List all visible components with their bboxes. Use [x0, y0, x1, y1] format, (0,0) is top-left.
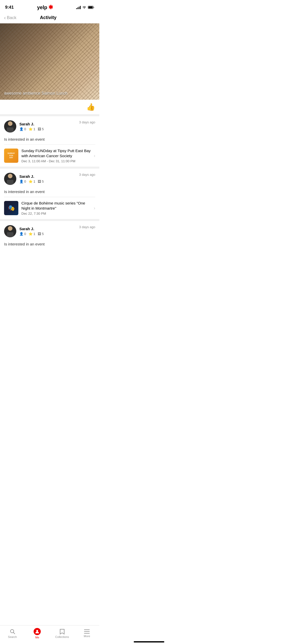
reviews-icon: ⭐ — [29, 180, 33, 183]
photos-count: 5 — [42, 180, 44, 183]
photos-stat: 🖼 5 — [38, 232, 44, 236]
back-label: Back — [7, 15, 17, 20]
activity-item: Sarah J. 👤 0 ⭐ 1 🖼 5 — [0, 169, 99, 221]
user-details: Sarah J. 👤 0 ⭐ 1 🖼 5 — [19, 174, 44, 183]
friends-stat: 👤 0 — [19, 232, 26, 236]
cirque-icon: 🎭 — [8, 205, 15, 211]
photos-icon: 🖼 — [38, 232, 41, 236]
user-name[interactable]: Sarah J. — [19, 174, 44, 179]
status-time: 9:41 — [5, 5, 14, 10]
status-bar: 9:41 yelp ✱ — [0, 0, 99, 13]
user-info: Sarah J. 👤 0 ⭐ 1 🖼 5 — [4, 225, 44, 237]
reviews-count: 1 — [33, 127, 35, 131]
photos-stat: 🖼 5 — [38, 180, 44, 183]
like-button[interactable]: 👍 — [86, 103, 95, 111]
user-info: Sarah J. 👤 0 ⭐ 1 🖼 5 — [4, 120, 44, 133]
user-stats: 👤 0 ⭐ 1 🖼 5 — [19, 232, 44, 236]
photos-icon: 🖼 — [38, 127, 41, 131]
friends-icon: 👤 — [19, 180, 23, 183]
like-area: 👍 — [0, 100, 99, 116]
page-title: Activity — [16, 15, 80, 20]
activity-text: Is interested in an event — [4, 239, 95, 249]
event-thumbnail: 🎭 — [4, 201, 18, 215]
activity-text: Is interested in an event — [4, 135, 95, 145]
user-name[interactable]: Sarah J. — [19, 122, 44, 126]
friends-count: 0 — [24, 180, 26, 183]
time-ago: 3 days ago — [79, 225, 95, 229]
event-title: Cirque de Bohème music series "One Night… — [21, 201, 91, 211]
event-date: Dec 22, 7:30 PM — [21, 212, 91, 215]
thumb-title-text: SundayFUNDay — [8, 152, 15, 159]
time-ago: 3 days ago — [79, 173, 95, 177]
photos-count: 5 — [42, 127, 44, 131]
battery-icon — [88, 6, 94, 9]
event-row[interactable]: SundayFUNDay Sunday FUNDday at Tipsy Put… — [4, 145, 95, 167]
friends-icon: 👤 — [19, 127, 23, 131]
wifi-icon — [82, 6, 86, 9]
reviews-stat: ⭐ 1 — [29, 127, 35, 131]
user-name[interactable]: Sarah J. — [19, 227, 44, 231]
user-details: Sarah J. 👤 0 ⭐ 1 🖼 5 — [19, 227, 44, 236]
activity-text: Is interested in an event — [4, 187, 95, 197]
reviews-icon: ⭐ — [29, 232, 33, 236]
app-name: yelp ✱ — [37, 4, 53, 11]
event-info: Sunday FUNDday at Tipsy Putt East Bay wi… — [21, 148, 91, 163]
signal-icon — [76, 6, 81, 9]
user-details: Sarah J. 👤 0 ⭐ 1 🖼 5 — [19, 122, 44, 131]
user-stats: 👤 0 ⭐ 1 🖼 5 — [19, 127, 44, 131]
reviews-count: 1 — [33, 180, 35, 183]
user-stats: 👤 0 ⭐ 1 🖼 5 — [19, 180, 44, 183]
reviews-icon: ⭐ — [29, 127, 33, 131]
back-chevron-icon: ‹ — [4, 15, 6, 21]
activity-item: Sarah J. 👤 0 ⭐ 1 🖼 5 — [0, 221, 99, 253]
reviews-stat: ⭐ 1 — [29, 180, 35, 183]
friends-stat: 👤 0 — [19, 180, 26, 183]
event-title: Sunday FUNDday at Tipsy Putt East Bay wi… — [21, 148, 91, 158]
yelp-logo: ✱ — [48, 4, 53, 11]
back-button[interactable]: ‹ Back — [4, 15, 16, 21]
main-content: awesome ambience Salmon Lunch 👍 Sarah J.… — [0, 23, 99, 274]
event-info: Cirque de Bohème music series "One Night… — [21, 201, 91, 215]
svg-rect-1 — [88, 6, 93, 8]
avatar[interactable] — [4, 225, 16, 237]
activity-header: Sarah J. 👤 0 ⭐ 1 🖼 5 — [4, 225, 95, 237]
status-icons — [76, 6, 94, 9]
activity-item: Sarah J. 👤 0 ⭐ 1 🖼 5 — [0, 116, 99, 169]
reviews-count: 1 — [33, 232, 35, 236]
user-info: Sarah J. 👤 0 ⭐ 1 🖼 5 — [4, 173, 44, 185]
activity-header: Sarah J. 👤 0 ⭐ 1 🖼 5 — [4, 120, 95, 133]
avatar[interactable] — [4, 120, 16, 133]
photos-count: 5 — [42, 232, 44, 236]
friends-count: 0 — [24, 127, 26, 131]
event-date: Dec 3, 11:00 AM - Dec 31, 11:00 PM — [21, 159, 91, 163]
nav-bar: ‹ Back Activity — [0, 13, 99, 23]
event-thumbnail: SundayFUNDay — [4, 149, 18, 163]
event-row[interactable]: 🎭 Cirque de Bohème music series "One Nig… — [4, 197, 95, 219]
time-ago: 3 days ago — [79, 120, 95, 124]
reviews-stat: ⭐ 1 — [29, 232, 35, 236]
activity-header: Sarah J. 👤 0 ⭐ 1 🖼 5 — [4, 173, 95, 185]
yelp-text: yelp — [37, 5, 47, 10]
avatar[interactable] — [4, 173, 16, 185]
hero-image: awesome ambience Salmon Lunch — [0, 23, 99, 100]
event-chevron-icon: › — [94, 206, 95, 211]
event-chevron-icon: › — [94, 153, 95, 158]
friends-stat: 👤 0 — [19, 127, 26, 131]
photos-stat: 🖼 5 — [38, 127, 44, 131]
friends-icon: 👤 — [19, 232, 23, 236]
hero-caption: awesome ambience Salmon Lunch — [4, 91, 67, 96]
photos-icon: 🖼 — [38, 180, 41, 183]
friends-count: 0 — [24, 232, 26, 236]
